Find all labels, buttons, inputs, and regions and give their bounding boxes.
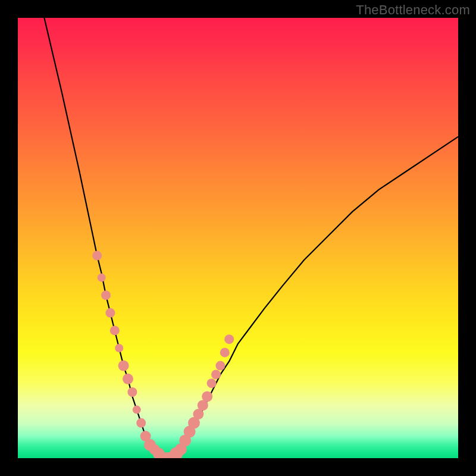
marker-dot [92,251,102,261]
bottleneck-curve-path [44,18,458,458]
marker-dot [127,387,137,397]
marker-dot [136,418,146,428]
marker-dot [101,290,111,300]
marker-dot [118,361,129,371]
marker-dot [133,406,141,414]
chart-frame: TheBottleneck.com [0,0,476,476]
marker-dot [220,347,230,357]
watermark-text: TheBottleneck.com [356,2,470,18]
marker-dot [110,325,120,335]
curve-layer [18,18,458,458]
marker-dot [211,369,221,379]
marker-dot [207,378,217,388]
marker-dot [123,374,133,384]
marker-dot [98,274,106,282]
marker-dot [224,334,234,344]
marker-dots-group [92,251,234,458]
marker-dot [215,361,225,371]
marker-dot [115,344,123,352]
marker-dot [202,391,212,402]
marker-dot [105,308,115,318]
